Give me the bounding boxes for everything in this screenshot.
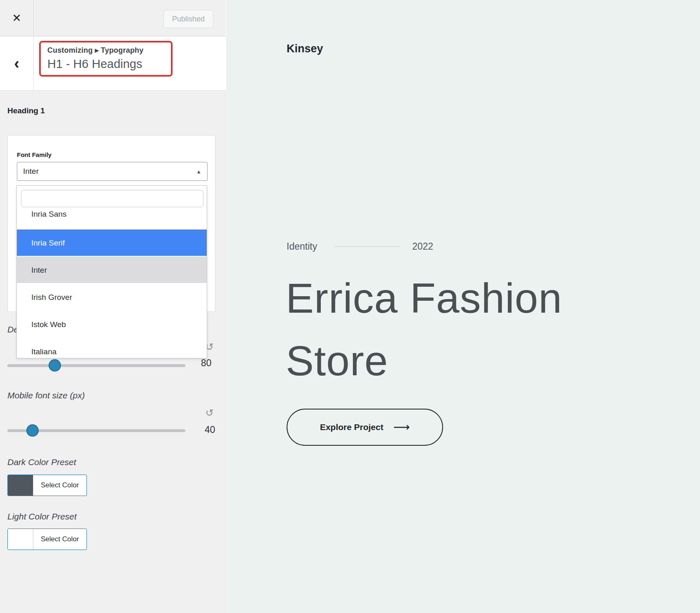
project-category-label: Identity <box>287 241 317 252</box>
mobile-slider-handle[interactable] <box>26 424 39 437</box>
divider-line <box>335 246 400 247</box>
font-option-label: Inter <box>31 266 47 274</box>
customizer-nav-row: ‹ Customizing ▸ Typography H1 - H6 Headi… <box>0 37 226 91</box>
font-family-selected-value: Inter <box>23 167 196 176</box>
font-option[interactable]: Irish Grover <box>17 284 207 311</box>
hero-heading-line2: Store <box>286 330 665 392</box>
font-family-label: Font Family <box>17 151 51 158</box>
font-search-input[interactable] <box>21 190 203 207</box>
select-color-label: Select Color <box>33 475 86 496</box>
hero-heading: Errica Fashion Store <box>286 267 665 392</box>
site-preview: Kinsey Identity 2022 Errica Fashion Stor… <box>226 0 700 613</box>
font-option[interactable]: Inria Serif <box>17 229 207 257</box>
dark-color-select-button[interactable]: Select Color <box>7 475 87 496</box>
reset-icon[interactable]: ↺ <box>205 407 214 419</box>
light-color-select-button[interactable]: Select Color <box>7 529 87 550</box>
dark-color-swatch <box>8 475 33 496</box>
font-option[interactable]: Inria Sans <box>17 211 207 229</box>
font-option-label: Italiana <box>31 347 56 356</box>
light-color-preset-label: Light Color Preset <box>7 512 77 522</box>
font-family-select[interactable]: Inter ▲ <box>17 162 208 181</box>
font-options-list: Inria SansInria SerifInterIrish GroverIs… <box>17 211 207 358</box>
annotation-highlight: Customizing ▸ Typography H1 - H6 Heading… <box>39 41 173 77</box>
desktop-slider-handle[interactable] <box>49 359 61 372</box>
customizer-screen: ✕ Published ‹ Customizing ▸ Typography H… <box>0 0 700 613</box>
arrow-right-icon: ⟶ <box>393 420 410 434</box>
back-button[interactable]: ‹ <box>0 37 34 91</box>
font-option[interactable]: Italiana <box>17 338 207 358</box>
published-button[interactable]: Published <box>163 10 213 28</box>
select-color-label: Select Color <box>33 529 86 550</box>
section-title: Heading 1 <box>7 106 45 115</box>
close-icon[interactable]: ✕ <box>0 0 34 36</box>
mobile-font-size-value: 40 <box>205 424 215 435</box>
explore-project-button[interactable]: Explore Project ⟶ <box>287 409 443 446</box>
font-option-label: Istok Web <box>31 320 66 329</box>
font-option-label: Inria Sans <box>31 211 67 221</box>
hero-heading-line1: Errica Fashion <box>286 267 665 330</box>
mobile-font-size-label: Mobile font size (px) <box>7 391 85 400</box>
light-color-swatch <box>8 529 33 550</box>
font-family-dropdown: Inria SansInria SerifInterIrish GroverIs… <box>16 185 207 358</box>
desktop-font-size-slider[interactable] <box>7 364 185 367</box>
font-option-label: Inria Serif <box>31 239 65 247</box>
breadcrumb: Customizing ▸ Typography <box>47 46 164 55</box>
font-option[interactable]: Inter <box>17 257 207 284</box>
explore-project-label: Explore Project <box>320 422 383 432</box>
customizer-sidebar: ✕ Published ‹ Customizing ▸ Typography H… <box>0 0 226 613</box>
desktop-font-size-value: 80 <box>201 358 212 369</box>
site-logo-text[interactable]: Kinsey <box>287 42 323 55</box>
font-option-label: Irish Grover <box>31 293 72 302</box>
customizer-topbar: ✕ Published <box>0 0 226 36</box>
font-option[interactable]: Istok Web <box>17 311 207 338</box>
panel-title: H1 - H6 Headings <box>47 57 164 71</box>
dark-color-preset-label: Dark Color Preset <box>7 457 76 467</box>
project-year-label: 2022 <box>412 241 433 252</box>
chevron-up-icon: ▲ <box>196 168 201 175</box>
